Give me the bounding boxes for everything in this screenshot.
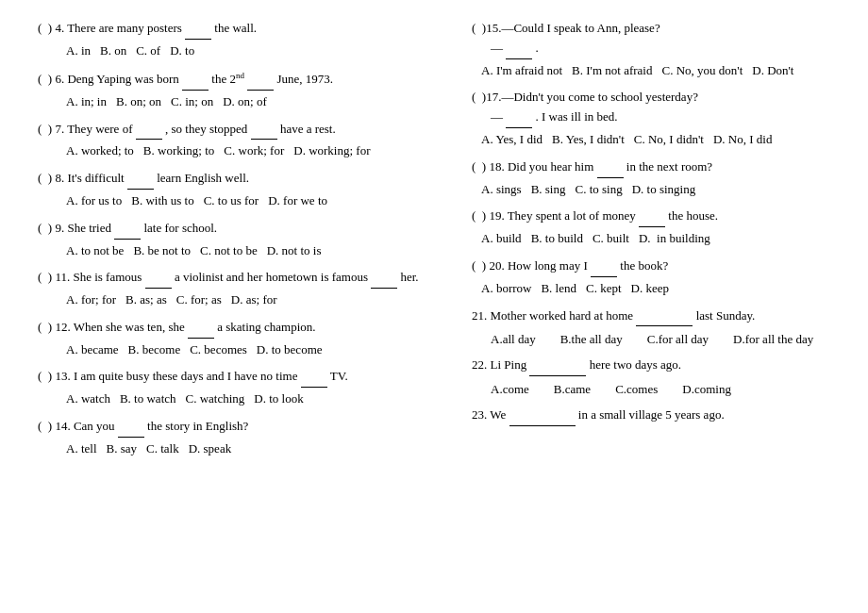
q22-opt-a: A.come (491, 380, 529, 400)
q17-blank (506, 108, 532, 128)
q12-opt-a: A. became (66, 340, 119, 360)
q4-options: A. in B. on C. of D. to (38, 41, 453, 61)
q6-opt-d: D. on; of (223, 92, 267, 112)
q20-opt-a: A. borrow (481, 279, 531, 299)
question-22: 22. Li Ping here two days ago. A.come B.… (472, 356, 830, 400)
q4-opt-a: A. in (66, 41, 91, 61)
q19-blank (639, 207, 665, 227)
q12-options: A. became B. become C. becomes D. to bec… (38, 340, 453, 360)
q22-options: A.come B.came C.comes D.coming (472, 380, 830, 400)
q11-opt-c: C. for; as (176, 290, 222, 310)
question-17: ( )17.—Didn't you come to school yesterd… (472, 88, 830, 149)
q7-opt-d: D. working; for (293, 141, 370, 161)
question-18: ( ) 18. Did you hear him in the next roo… (472, 157, 830, 200)
question-6: ( ) 6. Deng Yaping was born the 2nd June… (38, 69, 453, 112)
q19-opt-a: A. build (481, 229, 522, 249)
q9-opt-c: C. not to be (200, 241, 258, 261)
q13-opt-d: D. to look (254, 389, 303, 409)
q19-opt-c: C. built (593, 229, 629, 249)
q21-text: 21. Mother worked hard at home last Sund… (472, 306, 830, 327)
q4-opt-c: C. of (136, 41, 160, 61)
q13-opt-a: A. watch (66, 389, 110, 409)
q4-opt-b: B. on (100, 41, 126, 61)
q12-opt-b: B. become (128, 340, 181, 360)
q9-options: A. to not be B. be not to C. not to be D… (38, 241, 453, 261)
q15-content: ( )15.—Could I speak to Ann, please? (472, 19, 660, 39)
q18-options: A. sings B. sing C. to sing D. to singin… (472, 180, 830, 200)
q13-blank (301, 367, 327, 388)
q14-opt-a: A. tell (66, 439, 97, 459)
q9-content: ( ) 9. She tried late for school. (38, 219, 217, 240)
q8-blank (127, 169, 154, 190)
q17-options: A. Yes, I did B. Yes, I didn't C. No, I … (472, 130, 830, 150)
q6-options: A. in; in B. on; on C. in; on D. on; of (38, 92, 453, 112)
q15-text: ( )15.—Could I speak to Ann, please? (472, 19, 830, 39)
q20-options: A. borrow B. lend C. kept D. keep (472, 279, 830, 299)
q15-opt-d: D. Don't (752, 61, 793, 81)
q9-text: ( ) 9. She tried late for school. (38, 219, 453, 240)
q18-opt-c: C. to sing (575, 180, 622, 200)
q13-options: A. watch B. to watch C. watching D. to l… (38, 389, 453, 409)
q7-opt-b: B. working; to (143, 141, 214, 161)
q9-blank (114, 219, 141, 240)
q11-options: A. for; for B. as; as C. for; as D. as; … (38, 290, 453, 310)
q9-opt-b: B. be not to (133, 241, 191, 261)
q17-opt-d: D. No, I did (713, 130, 772, 150)
q15-options: A. I'm afraid not B. I'm not afraid C. N… (472, 61, 830, 81)
q7-text: ( ) 7. They were of , so they stopped ha… (38, 120, 453, 141)
q23-text: 23. We in a small village 5 years ago. (472, 406, 830, 426)
q14-opt-d: D. speak (189, 439, 232, 459)
q11-opt-a: A. for; for (66, 290, 116, 310)
q21-opt-c: C.for all day (647, 330, 709, 350)
q17-text: ( )17.—Didn't you come to school yesterd… (472, 88, 830, 108)
q6-opt-a: A. in; in (66, 92, 107, 112)
q22-blank (529, 356, 586, 376)
question-4: ( ) 4. There are many posters the wall. … (38, 19, 453, 61)
q11-opt-d: D. as; for (231, 290, 277, 310)
q7-blank2 (251, 120, 277, 141)
q22-opt-d: D.coming (682, 380, 731, 400)
q9-opt-a: A. to not be (66, 241, 124, 261)
q20-content: ( ) 20. How long may I the book? (472, 257, 668, 277)
q7-blank1 (136, 120, 162, 141)
q8-opt-d: D. for we to (268, 191, 327, 211)
q21-opt-a: A.all day (491, 330, 536, 350)
q19-opt-d: D. in building (639, 229, 710, 249)
q14-content: ( ) 14. Can you the story in English? (38, 417, 248, 438)
question-14: ( ) 14. Can you the story in English? A.… (38, 417, 453, 459)
q15-opt-c: C. No, you don't (661, 61, 743, 81)
q14-opt-b: B. say (107, 439, 138, 459)
q13-content: ( ) 13. I am quite busy these days and I… (38, 367, 348, 388)
q12-blank (188, 318, 214, 339)
q18-text: ( ) 18. Did you hear him in the next roo… (472, 157, 830, 178)
q7-opt-c: C. work; for (224, 141, 284, 161)
question-20: ( ) 20. How long may I the book? A. borr… (472, 257, 830, 299)
q9-opt-d: D. not to is (267, 241, 322, 261)
q20-text: ( ) 20. How long may I the book? (472, 257, 830, 277)
q8-options: A. for us to B. with us to C. to us for … (38, 191, 453, 211)
q17-sub-text: — . I was ill in bed. (491, 108, 618, 128)
q19-text: ( ) 19. They spent a lot of money the ho… (472, 207, 830, 227)
question-9: ( ) 9. She tried late for school. A. to … (38, 219, 453, 261)
q20-opt-b: B. lend (541, 279, 576, 299)
question-8: ( ) 8. It's difficult learn English well… (38, 169, 453, 211)
q12-opt-c: C. becomes (190, 340, 247, 360)
q19-options: A. build B. to build C. built D. in buil… (472, 229, 830, 249)
question-11: ( ) 11. She is famous a violinist and he… (38, 268, 453, 310)
q15-sub-text: — . (491, 39, 539, 59)
q13-text: ( ) 13. I am quite busy these days and I… (38, 367, 453, 388)
q23-blank (509, 406, 576, 426)
q21-options: A.all day B.the all day C.for all day D.… (472, 330, 830, 350)
q17-content: ( )17.—Didn't you come to school yesterd… (472, 88, 698, 108)
q11-opt-b: B. as; as (125, 290, 167, 310)
q20-opt-c: C. kept (586, 279, 622, 299)
q6-opt-b: B. on; on (116, 92, 161, 112)
q13-opt-b: B. to watch (120, 389, 176, 409)
q21-blank (636, 306, 693, 327)
q4-opt-d: D. to (170, 41, 194, 61)
q22-opt-b: B.came (554, 380, 591, 400)
q14-opt-c: C. talk (146, 439, 179, 459)
q15-sub: — . (472, 39, 830, 59)
q17-opt-c: C. No, I didn't (634, 130, 704, 150)
q21-content: 21. Mother worked hard at home last Sund… (472, 308, 755, 323)
